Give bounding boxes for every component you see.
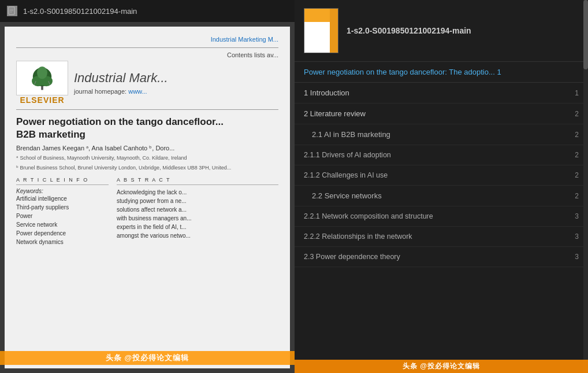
toc-entry-network-composition[interactable]: 2.2.1 Network composition and structure … bbox=[295, 206, 588, 227]
elsevier-brand: ELSEVIER bbox=[20, 95, 64, 105]
paper-link[interactable]: Industrial Marketing M... bbox=[16, 36, 278, 43]
paper-affil2: ᵇ Brunel Business School, Brunel Univers… bbox=[16, 164, 278, 172]
abstract-col: A B S T R A C T Acknowledging the lack o… bbox=[117, 177, 278, 246]
paper-title-block: Power negotiation on the tango dancefloo… bbox=[16, 116, 278, 171]
toc-entry-label: 1 Introduction bbox=[304, 88, 349, 97]
toc-panel: 1-s2.0-S0019850121002194-main Power nego… bbox=[295, 0, 588, 373]
logo-image bbox=[16, 61, 68, 95]
toc-entry-challenges[interactable]: 2.1.2 Challenges in AI use 2 bbox=[295, 165, 588, 186]
toc-main-link-label: Power negotiation on the tango dancefloo… bbox=[304, 68, 501, 76]
abstract-text: Acknowledging the lack o... studying pow… bbox=[117, 188, 278, 240]
toc-entries[interactable]: 1 Introduction 1 2 Literature review 2 2… bbox=[295, 83, 588, 373]
toc-thumbnail bbox=[304, 8, 338, 53]
bottom-watermark: 头条 @投必得论文编辑 bbox=[295, 360, 588, 373]
toc-entry-page: 2 bbox=[575, 151, 579, 159]
toc-entry-page: 2 bbox=[575, 110, 579, 118]
article-info-title: A R T I C L E I N F O bbox=[16, 177, 109, 185]
file-title: 1-s2.0-S0019850121002194-main bbox=[23, 7, 137, 16]
svg-point-9 bbox=[37, 67, 47, 79]
toc-entry-label: 2.2.2 Relationships in the network bbox=[304, 232, 412, 241]
journal-header: ELSEVIER Industrial Mark... journal home… bbox=[16, 61, 278, 105]
paper-content: Industrial Marketing M... Contents lists… bbox=[5, 27, 290, 368]
toc-entry-service-networks[interactable]: 2.2 Service networks 2 bbox=[295, 186, 588, 206]
paper-panel: 1-s2.0-S0019850121002194-main Industrial… bbox=[0, 0, 295, 373]
toc-entry-label: 2.3 Power dependence theory bbox=[304, 253, 400, 261]
toc-entry-relationships[interactable]: 2.2.2 Relationships in the network 3 bbox=[295, 227, 588, 247]
paper-main-title: Power negotiation on the tango dancefloo… bbox=[16, 116, 278, 141]
article-columns: A R T I C L E I N F O Keywords: Artifici… bbox=[16, 177, 278, 246]
journal-title-block: Industrial Mark... journal homepage: www… bbox=[74, 71, 168, 95]
toc-entry-page: 2 bbox=[575, 192, 579, 200]
paper-affil1: ᵃ School of Business, Maynooth Universit… bbox=[16, 154, 278, 162]
toc-entry-drivers[interactable]: 2.1.1 Drivers of AI adoption 2 bbox=[295, 145, 588, 165]
thumb-orange-bar bbox=[330, 9, 338, 53]
file-icon bbox=[7, 6, 17, 16]
toc-entry-label: 2 Literature review bbox=[304, 109, 366, 118]
toc-entry-label: 2.1 AI in B2B marketing bbox=[312, 130, 390, 139]
scrollbar-thumb[interactable] bbox=[583, 0, 588, 69]
toc-entry-page: 1 bbox=[575, 89, 579, 97]
elsevier-logo: ELSEVIER bbox=[16, 61, 68, 105]
toc-doc-title: 1-s2.0-S0019850121002194-main bbox=[347, 25, 471, 36]
toc-entry-label: 2.2.1 Network composition and structure bbox=[304, 212, 433, 220]
article-info-col: A R T I C L E I N F O Keywords: Artifici… bbox=[16, 177, 109, 246]
contents-header: Contents lists av... bbox=[16, 51, 278, 58]
toc-header: 1-s2.0-S0019850121002194-main bbox=[295, 0, 588, 62]
toc-entry-label: 2.1.1 Drivers of AI adoption bbox=[304, 151, 391, 159]
toc-main-link[interactable]: Power negotiation on the tango dancefloo… bbox=[295, 62, 588, 83]
toc-entry-introduction[interactable]: 1 Introduction 1 bbox=[295, 83, 588, 104]
toc-entry-page: 3 bbox=[575, 253, 579, 261]
abstract-title: A B S T R A C T bbox=[117, 177, 278, 185]
toc-entry-lit-review[interactable]: 2 Literature review 2 bbox=[295, 104, 588, 124]
toc-entry-ai-b2b[interactable]: 2.1 AI in B2B marketing 2 bbox=[295, 124, 588, 145]
toc-entry-page: 2 bbox=[575, 131, 579, 139]
homepage-url[interactable]: www... bbox=[128, 88, 147, 95]
toc-entry-page: 2 bbox=[575, 171, 579, 179]
toc-entry-page: 3 bbox=[575, 212, 579, 220]
journal-title: Industrial Mark... bbox=[74, 71, 168, 86]
scrollbar-track[interactable] bbox=[583, 0, 588, 373]
toc-entry-page: 3 bbox=[575, 232, 579, 241]
left-watermark: 头条 @投必得论文编辑 bbox=[0, 351, 295, 365]
toc-entry-power-dependence[interactable]: 2.3 Power dependence theory 3 bbox=[295, 247, 588, 267]
paper-authors: Brendan James Keegan ᵃ, Ana Isabel Canho… bbox=[16, 145, 278, 152]
top-bar: 1-s2.0-S0019850121002194-main bbox=[0, 0, 295, 22]
keywords-list: Artificial intelligence Third-party supp… bbox=[16, 194, 109, 246]
thumb-inner bbox=[304, 9, 338, 53]
homepage-label: journal homepage: www... bbox=[74, 88, 168, 95]
keywords-label: Keywords: bbox=[16, 188, 109, 194]
toc-entry-label: 2.1.2 Challenges in AI use bbox=[304, 171, 388, 179]
toc-entry-label: 2.2 Service networks bbox=[312, 191, 382, 200]
